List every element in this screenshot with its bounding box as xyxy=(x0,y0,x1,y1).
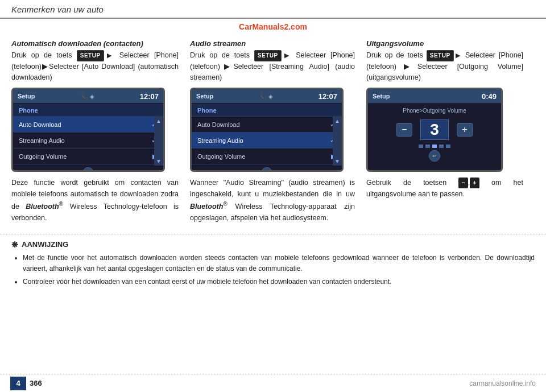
right-back-btn: ↩ xyxy=(429,150,440,162)
mid-screen-title: Setup xyxy=(196,93,214,100)
left-setup-badge: SETUP xyxy=(77,50,104,61)
right-description: Gebruik de toetsen −,+ om het uitgangsvo… xyxy=(366,178,523,200)
left-setup-arrow: ▶ xyxy=(105,52,115,59)
page-number-text: 366 xyxy=(30,379,42,387)
signal-icon: ◈ xyxy=(90,93,94,100)
left-column: Automatisch downloaden (contacten) Druk … xyxy=(11,39,188,228)
vol-dots xyxy=(419,145,450,148)
left-screen-scroll: ▲ ▼ xyxy=(154,117,163,166)
mid-scroll-down: ▼ xyxy=(334,158,340,164)
mid-screen-icons: 📞 ◈ xyxy=(259,93,273,100)
page-header: Kenmerken van uw auto xyxy=(0,0,546,19)
left-instruction: Druk op de toets SETUP▶ Selecteer [Phone… xyxy=(11,50,179,83)
scroll-up-btn: ▲ xyxy=(156,118,162,124)
screen-outgoing-label: Outgoing Volume xyxy=(19,153,67,160)
scroll-down-btn: ▼ xyxy=(156,158,162,164)
vol-plus-btn[interactable]: + xyxy=(457,123,473,137)
mid-screen-phone: Phone xyxy=(192,104,342,117)
page-title: Kenmerken van uw auto xyxy=(11,5,104,14)
note-title: ❋ AANWIJZING xyxy=(11,240,535,249)
note-items-list: Met de functie voor het automatisch down… xyxy=(11,253,535,288)
mid-screen: Setup 📞 ◈ 12:07 Phone Auto Download ✓ xyxy=(190,88,344,172)
vol-number: 3 xyxy=(420,119,449,140)
screen-streaming-label: Streaming Audio xyxy=(19,137,65,144)
phone-icon: 📞 xyxy=(81,93,88,100)
mid-description: Wanneer "Audio Streaming" (audio streame… xyxy=(190,178,355,224)
screen-menu-phone: Phone xyxy=(13,104,163,117)
mid-bt-brand: Bluetooth xyxy=(190,203,223,211)
vol-label: Phone>Outgoing Volume xyxy=(403,108,466,114)
right-column: Uitgangsvolume Druk op de toets SETUP▶ S… xyxy=(364,39,523,228)
right-instruction: Druk op de toets SETUP▶ Selecteer [Phone… xyxy=(366,50,523,83)
mid-phone-icon: 📞 xyxy=(259,93,266,100)
note-item-1: Met de functie voor het automatisch down… xyxy=(23,253,535,274)
vol-dot-5 xyxy=(446,145,450,148)
vol-dot-1 xyxy=(419,145,423,148)
left-screen-topbar: Setup 📞 ◈ 12:07 xyxy=(13,89,163,103)
page-number-box: 4 xyxy=(10,377,26,390)
main-content: Automatisch downloaden (contacten) Druk … xyxy=(0,34,546,234)
screen-menu-outgoing: Outgoing Volume ▶ xyxy=(13,148,163,164)
right-desc-text: Gebruik de toetsen xyxy=(366,179,446,187)
note-title-text: AANWIJZING xyxy=(22,240,68,249)
screen-phone-label: Phone xyxy=(19,107,38,114)
bt-brand: Bluetooth xyxy=(26,203,59,211)
left-back-btn: ↩ xyxy=(82,167,94,172)
right-setup-arrow: ▶ xyxy=(454,52,462,59)
vol-content: Phone>Outgoing Volume − 3 + ↩ xyxy=(368,103,501,165)
right-setup-badge: SETUP xyxy=(427,50,454,61)
right-instruction-text: Druk op de toets xyxy=(366,51,423,59)
left-screen-back-row: ↩ xyxy=(13,166,163,172)
mid-menu-streaming: Streaming Audio ✓ xyxy=(192,133,342,148)
vol-dot-2 xyxy=(425,145,430,148)
snowflake-icon: ❋ xyxy=(11,240,18,249)
mid-screen-scroll: ▲ ▼ xyxy=(333,117,342,166)
left-screen-time: 12:07 xyxy=(140,92,159,101)
mid-screen-menu: Phone Auto Download ✓ Streaming Audio ✓ … xyxy=(192,103,342,166)
mid-setup-badge: SETUP xyxy=(254,50,282,61)
note-section: ❋ AANWIJZING Met de functie voor het aut… xyxy=(0,234,546,288)
note-item-2: Controleer vóór het downloaden van een c… xyxy=(23,277,535,287)
middle-column: Audio streamen Druk op de toets SETUP▶ S… xyxy=(188,39,364,228)
left-screen-menu: Phone Auto Download ✓ Streaming Audio ✓ … xyxy=(13,103,163,166)
right-screen-topbar: Setup 0:49 xyxy=(368,89,501,103)
screen-autodownload-label: Auto Download xyxy=(19,121,61,128)
mid-back-btn: ↩ xyxy=(261,167,272,172)
mid-screen-back-row: ↩ xyxy=(192,166,342,172)
minus-badge: − xyxy=(458,178,468,188)
mid-menu-autodownload: Auto Download ✓ xyxy=(192,117,342,133)
mid-setup-arrow: ▶ xyxy=(282,52,292,59)
screen-menu-autodownload: Auto Download ✓ xyxy=(13,117,163,133)
left-screen: Setup 📞 ◈ 12:07 Phone Auto Download ✓ xyxy=(11,88,165,172)
vol-minus-btn[interactable]: − xyxy=(396,123,412,137)
mid-scroll-up: ▲ xyxy=(334,118,340,124)
bottom-site-url: carmanualsonline.info xyxy=(469,379,536,387)
mid-section-title: Audio streamen xyxy=(190,39,355,48)
right-section-title: Uitgangsvolume xyxy=(366,39,523,48)
site-url: CarManuals2.com xyxy=(0,19,546,34)
mid-streaming-label: Streaming Audio xyxy=(197,137,243,144)
left-instruction-text: Druk op de toets xyxy=(11,51,72,59)
vol-dot-4 xyxy=(439,145,444,148)
bottom-bar: 4 366 carmanualsonline.info xyxy=(0,374,546,392)
mid-phone-label: Phone xyxy=(197,107,217,114)
mid-autodownload-label: Auto Download xyxy=(197,121,240,128)
vol-controls: − 3 + xyxy=(396,119,473,140)
mid-instruction-text: Druk op de toets xyxy=(190,51,250,59)
mid-signal-icon: ◈ xyxy=(268,93,273,100)
mid-screen-topbar: Setup 📞 ◈ 12:07 xyxy=(192,89,342,103)
left-screen-icons: 📞 ◈ xyxy=(81,93,94,100)
mid-menu-outgoing: Outgoing Volume ▶ xyxy=(192,148,342,164)
screen-menu-streaming: Streaming Audio ✓ xyxy=(13,133,163,148)
left-screen-title: Setup xyxy=(18,93,35,100)
right-screen-time: 0:49 xyxy=(482,92,497,101)
plus-badge: + xyxy=(470,178,479,188)
mid-screen-time: 12:07 xyxy=(318,92,337,101)
mid-instruction: Druk op de toets SETUP▶ Selecteer [Phone… xyxy=(190,50,355,83)
right-screen-title: Setup xyxy=(373,93,390,100)
vol-dot-3 xyxy=(432,145,437,148)
left-section-title: Automatisch downloaden (contacten) xyxy=(11,39,179,48)
left-description: Deze functie wordt gebruikt om contacten… xyxy=(11,178,179,224)
mid-outgoing-label: Outgoing Volume xyxy=(197,153,245,160)
right-screen: Setup 0:49 Phone>Outgoing Volume − 3 + xyxy=(366,88,503,172)
